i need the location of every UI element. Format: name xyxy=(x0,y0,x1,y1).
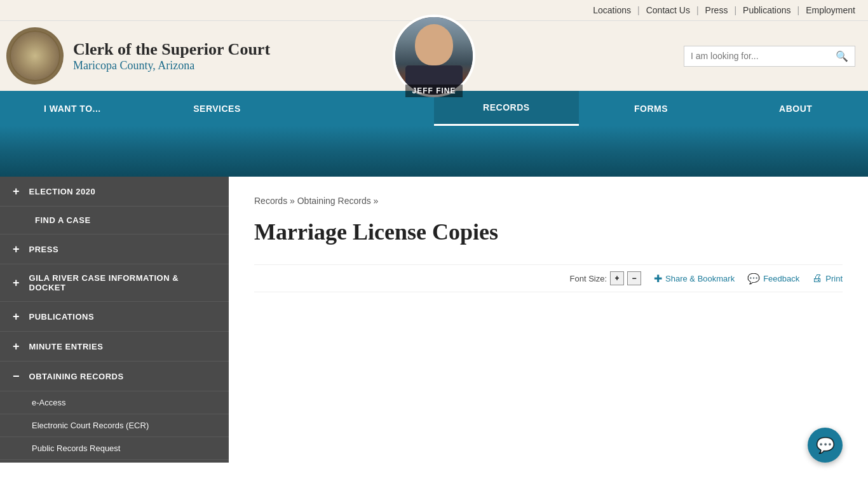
breadcrumb-records[interactable]: Records xyxy=(254,196,287,206)
sidebar-sub-item-public-records[interactable]: Public Records Request xyxy=(0,437,229,460)
share-icon: ✚ xyxy=(654,273,662,285)
toggle-minute-entries: + xyxy=(13,341,20,352)
tools-bar: Font Size: + − ✚ Share & Bookmark 💬 Feed… xyxy=(254,264,843,292)
search-box: 🔍 xyxy=(684,46,855,67)
sidebar-item-obtaining-records[interactable]: − OBTAINING RECORDS xyxy=(0,362,229,391)
chat-button[interactable]: 💬 xyxy=(808,428,843,463)
sidebar-sub-label-e-access: e-Access xyxy=(32,398,65,407)
search-input[interactable] xyxy=(691,51,836,61)
divider-1: | xyxy=(637,5,640,15)
sidebar-sub-label-public-records: Public Records Request xyxy=(32,444,120,453)
feedback-icon: 💬 xyxy=(747,273,760,285)
contact-us-link[interactable]: Contact Us xyxy=(646,5,690,15)
share-label: Share & Bookmark xyxy=(665,274,735,283)
content-wrapper: + ELECTION 2020 FIND A CASE + PRESS + GI… xyxy=(0,177,868,463)
print-link[interactable]: 🖨 Print xyxy=(812,273,843,284)
nav-item-about[interactable]: ABOUT xyxy=(723,91,868,126)
sidebar-label-press: PRESS xyxy=(29,245,59,254)
feedback-link[interactable]: 💬 Feedback xyxy=(747,273,799,285)
logo-area: Clerk of the Superior Court Maricopa Cou… xyxy=(6,27,270,85)
breadcrumb-obtaining-records[interactable]: Obtaining Records xyxy=(297,196,371,206)
toggle-press: + xyxy=(13,243,20,255)
nav-item-i-want-to[interactable]: I WANT TO... xyxy=(0,91,145,126)
font-size-control: Font Size: + − xyxy=(570,271,642,285)
font-increase-button[interactable]: + xyxy=(610,271,624,285)
nav-item-forms[interactable]: FORMS xyxy=(579,91,724,126)
sidebar-item-election-2020[interactable]: + ELECTION 2020 xyxy=(0,177,229,207)
sidebar-item-find-a-case[interactable]: FIND A CASE xyxy=(0,207,229,234)
divider-3: | xyxy=(734,5,736,15)
sidebar: + ELECTION 2020 FIND A CASE + PRESS + GI… xyxy=(0,177,229,463)
sidebar-item-press[interactable]: + PRESS xyxy=(0,234,229,264)
sidebar-sub-label-ecr: Electronic Court Records (ECR) xyxy=(32,421,149,430)
header: Clerk of the Superior Court Maricopa Cou… xyxy=(0,21,868,91)
toggle-obtaining-records: − xyxy=(13,370,20,382)
share-bookmark-link[interactable]: ✚ Share & Bookmark xyxy=(654,273,735,285)
sidebar-item-gila-river[interactable]: + GILA RIVER CASE INFORMATION & DOCKET xyxy=(0,264,229,302)
logo-text: Clerk of the Superior Court Maricopa Cou… xyxy=(73,40,270,72)
sidebar-sub-item-e-access[interactable]: e-Access xyxy=(0,391,229,414)
print-label: Print xyxy=(825,274,843,283)
seal-logo xyxy=(6,27,64,85)
person-circle-wrapper: JEFF FINE xyxy=(393,15,475,97)
page-title: Marriage License Copies xyxy=(254,219,843,245)
breadcrumb: Records » Obtaining Records » xyxy=(254,196,843,206)
seal-inner xyxy=(10,30,60,81)
divider-2: | xyxy=(696,5,699,15)
main-content: Records » Obtaining Records » Marriage L… xyxy=(229,177,868,463)
search-area: 🔍 xyxy=(684,46,855,67)
person-name: JEFF FINE xyxy=(405,85,462,97)
search-button[interactable]: 🔍 xyxy=(836,50,848,62)
toggle-gila-river: + xyxy=(13,277,20,288)
breadcrumb-sep-2: » xyxy=(374,196,379,206)
site-title: Clerk of the Superior Court xyxy=(73,40,270,59)
site-subtitle: Maricopa County, Arizona xyxy=(73,59,270,72)
sidebar-item-publications[interactable]: + PUBLICATIONS xyxy=(0,302,229,332)
toggle-election-2020: + xyxy=(13,186,20,197)
employment-link[interactable]: Employment xyxy=(806,5,855,15)
locations-link[interactable]: Locations xyxy=(593,5,631,15)
banner xyxy=(0,126,868,177)
sidebar-label-election-2020: ELECTION 2020 xyxy=(29,187,96,196)
chat-icon: 💬 xyxy=(816,437,835,454)
sidebar-label-publications: PUBLICATIONS xyxy=(29,312,95,322)
sidebar-label-find-a-case: FIND A CASE xyxy=(35,215,91,225)
font-size-label: Font Size: xyxy=(570,274,607,283)
nav-item-services[interactable]: SERVICES xyxy=(145,91,290,126)
sidebar-label-obtaining-records: OBTAINING RECORDS xyxy=(29,372,124,381)
print-icon: 🖨 xyxy=(812,273,822,284)
breadcrumb-sep-1: » xyxy=(290,196,297,206)
feedback-label: Feedback xyxy=(763,274,799,283)
press-link[interactable]: Press xyxy=(705,5,728,15)
toggle-publications: + xyxy=(13,311,20,322)
sidebar-label-minute-entries: MINUTE ENTRIES xyxy=(29,342,104,351)
sidebar-item-minute-entries[interactable]: + MINUTE ENTRIES xyxy=(0,332,229,362)
sidebar-sub-item-ecr[interactable]: Electronic Court Records (ECR) xyxy=(0,414,229,437)
publications-link[interactable]: Publications xyxy=(743,5,791,15)
sidebar-label-gila-river: GILA RIVER CASE INFORMATION & DOCKET xyxy=(29,273,216,292)
divider-4: | xyxy=(797,5,800,15)
font-decrease-button[interactable]: − xyxy=(627,271,641,285)
